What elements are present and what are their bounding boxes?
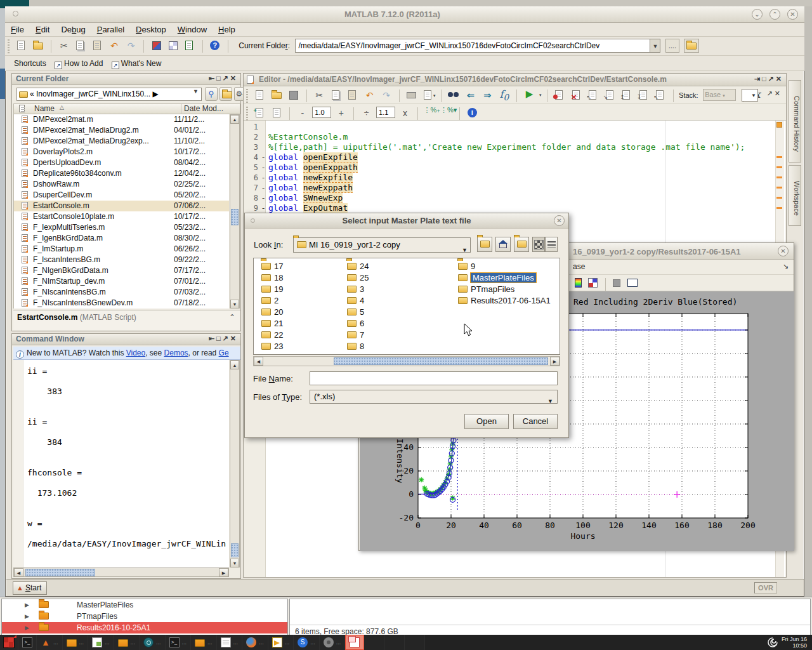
menu-help[interactable]: Help [218, 25, 235, 34]
menu-parallel[interactable]: Parallel [97, 25, 124, 34]
close-button[interactable]: ✕ [787, 9, 798, 20]
code-line[interactable]: 4-global openExpfile [244, 152, 785, 162]
taskbar-item-folder[interactable]: ... [63, 635, 89, 650]
current-folder-path-input[interactable]: /media/data/EASY/InovImager_jwrCF_WINLin… [295, 39, 650, 53]
undock-icon[interactable]: ↗ [223, 335, 230, 342]
taskbar-item-calc[interactable]: ... [88, 635, 114, 650]
breadcrumb[interactable]: « InovImager_jwrCF_WINLinx150... ▶ [16, 88, 202, 101]
code-line[interactable]: 9-global ExpOutmat [244, 203, 785, 213]
profiler-button[interactable] [183, 39, 197, 53]
redo-button[interactable]: ↷ [124, 39, 138, 53]
look-in-dropdown[interactable]: MI 16_0919_yor1-2 copy ▼ [293, 237, 471, 253]
folder-item[interactable]: 7 [347, 329, 369, 341]
divide-button[interactable]: ÷ [360, 106, 374, 120]
name-column-header[interactable]: Name [34, 104, 55, 113]
new-file-button[interactable] [253, 88, 267, 102]
dropdown-arrow[interactable]: ▼ [547, 395, 553, 408]
taskbar-empty-slot[interactable] [384, 635, 405, 650]
breadcrumb-dropdown-arrow[interactable]: ▼ [193, 88, 199, 95]
copy-button[interactable] [329, 88, 343, 102]
folder-up-button[interactable] [684, 39, 699, 53]
file-row[interactable]: DMPexcel2mat_MediaDrug2exp...11/10/2... [14, 136, 229, 147]
editor-titlebar[interactable]: Editor - /media/data/EASY/InovImager_jwr… [244, 74, 786, 86]
folder-item[interactable]: MasterPlateFiles [458, 272, 551, 284]
collapse-detail-icon[interactable]: ⌃ [229, 313, 235, 322]
tab-workspace[interactable]: Workspace [789, 165, 801, 226]
file-row[interactable]: F_NImStartup_dev.m07/01/2... [14, 276, 229, 287]
font-scale-input[interactable]: 1.0 [312, 107, 331, 118]
date-column-header[interactable]: Date Mod... [184, 104, 223, 113]
clear-breakpoints-button[interactable]: ✕ [570, 88, 584, 102]
step-in-button[interactable]: ↘ [603, 88, 617, 102]
taskbar-item-camera[interactable]: ... [320, 635, 346, 650]
close-button[interactable]: ✕ [778, 246, 789, 256]
menu-debug[interactable]: Debug [61, 25, 85, 34]
close-panel-icon[interactable]: ✕ [230, 335, 238, 342]
find-button[interactable] [447, 88, 461, 102]
getting-started-link[interactable]: Ge [219, 348, 229, 357]
scrollbar-thumb[interactable] [231, 543, 239, 557]
folder-item[interactable]: 20 [261, 307, 283, 318]
taskbar-item-folder[interactable]: ... [191, 635, 217, 650]
folder-item[interactable]: 9 [458, 261, 551, 272]
file-row[interactable]: F_ImStartup.m06/26/2... [14, 244, 229, 255]
scroll-up-arrow[interactable]: ▲ [230, 115, 239, 124]
redo-button[interactable]: ↷ [379, 88, 393, 102]
step-button[interactable]: ↖ [586, 88, 600, 102]
undo-button[interactable]: ↶ [363, 88, 377, 102]
close-panel-icon[interactable]: ✕ [775, 90, 782, 97]
folder-item[interactable]: 4 [347, 295, 369, 307]
scrollbar-thumb[interactable] [334, 357, 548, 365]
taskbar-empty-slot[interactable] [405, 635, 425, 650]
file-row[interactable]: DMPexcel2mat_MediaDrug2.m04/01/2... [14, 125, 229, 136]
folder-item[interactable]: 3 [347, 284, 369, 295]
taskbar-item-matlab[interactable]: ▲... [37, 635, 63, 650]
color-swatch-icon[interactable] [613, 279, 620, 287]
insert-cell-button[interactable]: + [253, 106, 267, 120]
file-detail-bar[interactable]: EstartConsole.m (MATLAB Script) ⌃ [13, 310, 240, 330]
open-button[interactable]: Open [464, 414, 509, 429]
cut-button[interactable]: ✂ [57, 39, 71, 53]
expand-arrow-icon[interactable]: ▶ [25, 599, 29, 611]
home-button[interactable] [495, 237, 511, 252]
tree-row[interactable]: ▶PTmapFiles [2, 611, 287, 622]
new-file-button[interactable] [15, 39, 29, 53]
close-panel-icon[interactable]: ✕ [776, 75, 783, 83]
close-panel-icon[interactable]: ✕ [230, 74, 238, 82]
folder-item[interactable]: Results2017-06-15A1 [458, 295, 551, 307]
tree-row[interactable]: ▶Results2016-10-25A1 [2, 622, 287, 633]
folder-item[interactable]: 6 [347, 318, 369, 329]
folder-item[interactable]: 17 [261, 261, 283, 272]
scroll-right-arrow[interactable]: ▶ [219, 568, 228, 577]
folder-item[interactable]: 22 [261, 329, 283, 341]
set-breakpoint-button[interactable] [553, 88, 566, 102]
taskbar-item-launcher[interactable] [0, 635, 18, 650]
folder-item[interactable]: 25 [347, 272, 369, 284]
minimize-button[interactable]: ⌄ [752, 9, 763, 20]
publish-button[interactable]: ▾ [421, 88, 435, 102]
taskbar-item-firefox[interactable]: ... [242, 635, 268, 650]
command-window-vscrollbar[interactable]: ▲ ▼ [230, 360, 240, 567]
code-line[interactable]: 5-global openExppath [244, 162, 785, 173]
folder-item[interactable]: 21 [261, 318, 283, 329]
maximize-panel-icon[interactable]: □ [216, 335, 223, 342]
maximize-panel-icon[interactable]: □ [216, 74, 223, 82]
folder-item[interactable]: 24 [347, 261, 369, 272]
whats-new-link[interactable]: What's New [121, 59, 162, 68]
video-link[interactable]: Video [126, 348, 145, 357]
paste-button[interactable] [346, 88, 360, 102]
taskbar-item-terminal[interactable]: >_ [18, 635, 37, 650]
cut-button[interactable]: ✂ [312, 88, 326, 102]
file-row[interactable]: F_IexpMultiTseries.m05/23/2... [14, 222, 229, 233]
save-button[interactable] [287, 88, 301, 102]
taskbar-item-doc[interactable]: ... [217, 635, 243, 650]
tree-row[interactable]: ▶MasterPlateFiles [2, 599, 287, 611]
menu-file[interactable]: File [11, 25, 24, 34]
function-browser-button[interactable]: f0 [497, 88, 511, 102]
maximize-button[interactable]: ⌃ [769, 9, 780, 20]
current-folder-panel-titlebar[interactable]: Current Folder ⇤□↗✕ [12, 74, 240, 85]
tab-command-history[interactable]: Command History [789, 80, 801, 162]
close-button[interactable]: ✕ [554, 215, 565, 226]
file-row[interactable]: DsuperCellDev.m05/20/2... [14, 190, 229, 201]
folder-item[interactable]: 18 [261, 272, 283, 284]
